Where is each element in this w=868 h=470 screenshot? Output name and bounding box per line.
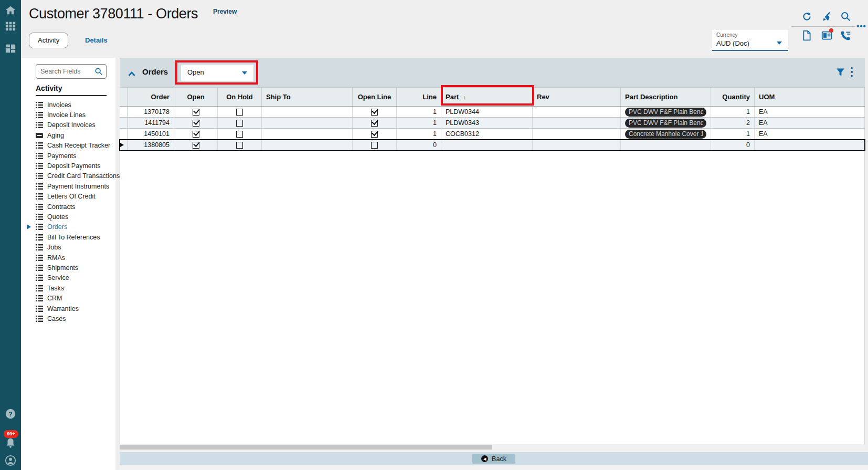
apps-grid-icon[interactable] — [5, 20, 16, 32]
sidebar-item-jobs[interactable]: Jobs — [21, 242, 115, 252]
notifications-bell-icon[interactable] — [5, 437, 16, 448]
filter-icon[interactable] — [836, 68, 845, 77]
cell-part[interactable]: PLDW0343 — [441, 118, 533, 129]
sidebar-item-rmas[interactable]: RMAs — [21, 253, 115, 263]
clear-broom-icon[interactable] — [821, 11, 832, 22]
currency-select[interactable]: Currency AUD (Doc) — [712, 30, 788, 51]
cell-ship-to[interactable] — [262, 129, 353, 140]
column-header-uom[interactable]: UOM — [755, 88, 865, 106]
refresh-icon[interactable] — [801, 11, 812, 22]
checkbox-checked-icon[interactable] — [193, 131, 199, 138]
contact-card-icon[interactable] — [821, 30, 832, 41]
cell-order[interactable]: 1411794 — [128, 118, 174, 129]
cell-part[interactable] — [441, 140, 533, 151]
cell-open-line[interactable] — [353, 129, 397, 140]
home-icon[interactable] — [5, 5, 16, 16]
search-fields-input[interactable] — [40, 65, 93, 78]
sidebar-item-invoice-lines[interactable]: Invoice Lines — [21, 110, 115, 120]
column-header-quantity[interactable]: Quantity — [711, 88, 755, 106]
cell-ship-to[interactable] — [262, 118, 353, 129]
table-row[interactable]: 14501011COCB0312Concrete Manhole Cover 1… — [120, 129, 865, 140]
sidebar-item-cash-receipt-tracker[interactable]: Cash Receipt Tracker — [21, 141, 115, 151]
table-row[interactable]: 138080500 — [120, 140, 865, 151]
checkbox-checked-icon[interactable] — [371, 131, 378, 138]
column-header-order[interactable]: Order — [128, 88, 174, 106]
sidebar-item-cases[interactable]: Cases — [21, 314, 115, 323]
cell-qty[interactable]: 1 — [711, 129, 755, 140]
sidebar-item-letters-of-credit[interactable]: Letters Of Credit — [21, 192, 115, 202]
new-document-icon[interactable] — [801, 30, 812, 41]
cell-open[interactable] — [174, 140, 218, 151]
row-selector-cell[interactable] — [120, 129, 128, 140]
cell-uom[interactable]: EA — [755, 107, 865, 118]
sidebar-item-deposit-payments[interactable]: Deposit Payments — [21, 161, 115, 171]
scrollbar-thumb[interactable] — [120, 445, 492, 450]
sidebar-item-aging[interactable]: Aging — [21, 130, 115, 140]
checkbox-checked-icon[interactable] — [193, 109, 199, 116]
sidebar-item-shipments[interactable]: Shipments — [21, 263, 115, 273]
cell-open-line[interactable] — [353, 140, 397, 151]
sidebar-item-tasks[interactable]: Tasks — [21, 283, 115, 293]
cell-rev[interactable] — [533, 140, 621, 151]
tab-details[interactable]: Details — [85, 36, 108, 44]
tab-activity[interactable]: Activity — [29, 33, 68, 48]
cell-ship-to[interactable] — [262, 107, 353, 118]
column-header-line[interactable]: Line — [397, 88, 441, 106]
cell-order[interactable]: 1380805 — [128, 140, 174, 151]
row-selector-cell[interactable] — [120, 107, 128, 118]
call-log-icon[interactable] — [840, 30, 851, 41]
cell-part[interactable]: COCB0312 — [441, 129, 533, 140]
column-header-ship-to[interactable]: Ship To — [262, 88, 353, 106]
sidebar-item-payment-instruments[interactable]: Payment Instruments — [21, 181, 115, 191]
chevron-up-icon[interactable] — [128, 69, 135, 75]
cell-line[interactable]: 1 — [397, 118, 441, 129]
user-profile-icon[interactable] — [5, 455, 16, 466]
search-fields-box[interactable] — [36, 64, 107, 79]
cell-line[interactable]: 0 — [397, 140, 441, 151]
sidebar-item-deposit-invoices[interactable]: Deposit Invoices — [21, 120, 115, 130]
column-header-on-hold[interactable]: On Hold — [218, 88, 262, 106]
sidebar-item-invoices[interactable]: Invoices — [21, 100, 115, 110]
checkbox-checked-icon[interactable] — [193, 120, 199, 127]
cell-open-line[interactable] — [353, 107, 397, 118]
sidebar-item-payments[interactable]: Payments — [21, 151, 115, 161]
dashboard-icon[interactable] — [5, 43, 16, 54]
column-header-part-description[interactable]: Part Description — [621, 88, 711, 106]
cell-part[interactable]: PLDW0344 — [441, 107, 533, 118]
column-header-rev[interactable]: Rev — [533, 88, 621, 106]
sidebar-item-quotes[interactable]: Quotes — [21, 212, 115, 222]
checkbox-unchecked-icon[interactable] — [236, 131, 243, 138]
row-selector-cell[interactable] — [120, 140, 128, 151]
cell-open[interactable] — [174, 129, 218, 140]
sidebar-item-crm[interactable]: CRM — [21, 293, 115, 303]
sidebar-item-orders[interactable]: Orders — [21, 222, 115, 232]
column-header-part[interactable]: Part↓ — [441, 88, 533, 106]
cell-part-desc[interactable] — [621, 140, 711, 151]
cell-on-hold[interactable] — [218, 140, 262, 151]
cell-qty[interactable]: 2 — [711, 118, 755, 129]
sidebar-item-bill-to-references[interactable]: Bill To References — [21, 232, 115, 242]
checkbox-checked-icon[interactable] — [371, 120, 378, 127]
kebab-menu-icon[interactable] — [850, 67, 853, 77]
cell-part-desc[interactable]: PVC DWV F&F Plain Bend 100... — [621, 118, 711, 129]
orders-view-select[interactable]: Open — [181, 65, 253, 81]
cell-ship-to[interactable] — [262, 140, 353, 151]
horizontal-scrollbar[interactable] — [120, 445, 865, 450]
cell-order[interactable]: 1450101 — [128, 129, 174, 140]
checkbox-unchecked-icon[interactable] — [236, 109, 243, 116]
sidebar-item-contracts[interactable]: Contracts — [21, 202, 115, 212]
cell-rev[interactable] — [533, 107, 621, 118]
checkbox-checked-icon[interactable] — [371, 109, 378, 116]
help-icon[interactable]: ? — [5, 408, 16, 420]
cell-qty[interactable]: 0 — [711, 140, 755, 151]
cell-uom[interactable]: EA — [755, 129, 865, 140]
overflow-menu-icon[interactable]: ••• — [856, 22, 866, 30]
cell-line[interactable]: 1 — [397, 129, 441, 140]
notification-count-badge[interactable]: 99+ — [4, 430, 18, 438]
checkbox-checked-icon[interactable] — [193, 142, 199, 149]
back-button[interactable]: ◄ Back — [472, 454, 515, 464]
cell-uom[interactable]: EA — [755, 118, 865, 129]
cell-rev[interactable] — [533, 129, 621, 140]
cell-open[interactable] — [174, 118, 218, 129]
column-header-open-line[interactable]: Open Line — [353, 88, 397, 106]
